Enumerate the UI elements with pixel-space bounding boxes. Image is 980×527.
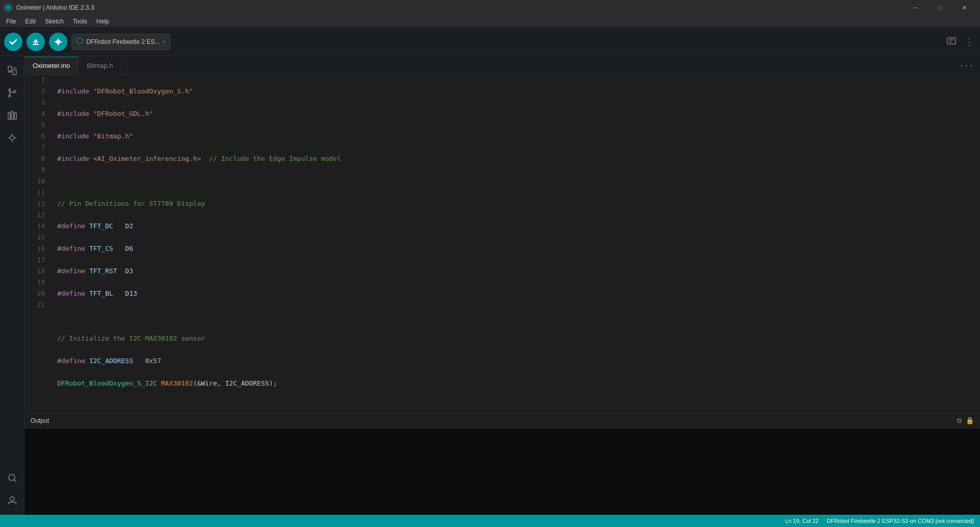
svg-point-17 xyxy=(9,89,11,91)
account-icon[interactable] xyxy=(2,490,22,511)
svg-point-4 xyxy=(56,40,60,44)
board-name: DFRobot Firebeetle 2 ES... xyxy=(86,38,160,45)
toolbar-right: ⋮ xyxy=(944,34,976,50)
code-line-3: #include "Bitmap.h" xyxy=(57,131,980,142)
code-line-4: #include <AI_Oximeter_inferencing.h> // … xyxy=(57,153,980,164)
status-bar: Ln 19, Col 22 DFRobot Firebeetle 2 ESP32… xyxy=(0,515,980,527)
output-header: Output ⧉ 🔒 xyxy=(25,413,980,428)
code-line-5 xyxy=(57,176,980,187)
code-content: 12345 678910 1112131415 1617181920 21 #i… xyxy=(25,75,980,413)
output-content xyxy=(25,428,980,515)
search-icon[interactable] xyxy=(2,468,22,488)
menu-help[interactable]: Help xyxy=(92,17,113,26)
boards-manager-icon[interactable] xyxy=(2,128,22,148)
output-lock-icon[interactable]: 🔒 xyxy=(966,417,974,425)
tab-oximeter-ino[interactable]: Oximeter.ino xyxy=(25,57,79,74)
close-button[interactable]: ✕ xyxy=(952,0,976,15)
svg-line-30 xyxy=(14,480,16,483)
tab-bar: Oximeter.ino Bitmap.h ··· xyxy=(25,56,980,75)
svg-rect-23 xyxy=(14,113,16,119)
tab-label: Bitmap.h xyxy=(87,62,113,69)
minimize-button[interactable]: ─ xyxy=(903,0,927,15)
verify-button[interactable] xyxy=(4,33,22,51)
code-line-2: #include "DFRobot_GDL.h" xyxy=(57,108,980,119)
editor-area: Oximeter.ino Bitmap.h ··· 12345 678910 1… xyxy=(25,56,980,515)
menu-edit[interactable]: Edit xyxy=(21,17,40,26)
menu-bar: File Edit Sketch Tools Help xyxy=(0,15,980,28)
menu-file[interactable]: File xyxy=(2,17,20,26)
code-line-9: #define TFT_RST D3 xyxy=(57,266,980,277)
svg-marker-9 xyxy=(77,38,83,44)
svg-rect-21 xyxy=(8,112,10,119)
more-options-button[interactable]: ⋮ xyxy=(963,34,976,49)
code-line-13: #define I2C_ADDRESS 0x57 xyxy=(57,355,980,367)
serial-monitor-button[interactable] xyxy=(944,34,959,50)
output-title: Output xyxy=(31,417,49,424)
title-bar: Oximeter | Arduino IDE 2.3.3 ─ □ ✕ xyxy=(0,0,980,15)
code-editor[interactable]: 12345 678910 1112131415 1617181920 21 #i… xyxy=(25,75,980,413)
tab-more-button[interactable]: ··· xyxy=(953,57,980,74)
svg-rect-14 xyxy=(13,70,16,75)
main-content: Oximeter.ino Bitmap.h ··· 12345 678910 1… xyxy=(0,56,980,515)
tab-bitmap-h[interactable]: Bitmap.h xyxy=(79,57,122,74)
title-bar-left: Oximeter | Arduino IDE 2.3.3 xyxy=(4,4,94,12)
line-numbers: 12345 678910 1112131415 1617181920 21 xyxy=(25,75,53,413)
svg-rect-22 xyxy=(11,111,13,119)
explorer-icon[interactable] xyxy=(2,60,22,81)
code-line-14: DFRobot_BloodOxygen_S_I2C MAX30102(&Wire… xyxy=(57,378,980,389)
code-line-10: #define TFT_BL D13 xyxy=(57,288,980,299)
svg-point-29 xyxy=(9,474,15,481)
board-selector[interactable]: DFRobot Firebeetle 2 ES... ▾ xyxy=(71,34,171,50)
window-controls[interactable]: ─ □ ✕ xyxy=(903,0,976,15)
output-icons: ⧉ 🔒 xyxy=(957,417,974,425)
status-board: DFRobot Firebeetle 2 ESP32-S3 on COM3 [n… xyxy=(827,518,974,524)
code-line-7: #define TFT_DC D2 xyxy=(57,221,980,232)
toolbar: DFRobot Firebeetle 2 ES... ▾ ⋮ xyxy=(0,28,980,56)
library-icon[interactable] xyxy=(2,105,22,126)
code-line-11 xyxy=(57,310,980,322)
svg-rect-13 xyxy=(8,66,12,71)
code-line-12: // Initialize the I2C MAX30102 sensor xyxy=(57,333,980,344)
svg-point-18 xyxy=(9,95,11,97)
source-control-icon[interactable] xyxy=(2,83,22,103)
code-lines: #include "DFRobot_BloodOxygen_S.h" #incl… xyxy=(53,75,980,413)
status-line-col: Ln 19, Col 22 xyxy=(785,518,819,524)
svg-point-31 xyxy=(10,497,14,501)
code-line-8: #define TFT_CS D6 xyxy=(57,243,980,254)
upload-button[interactable] xyxy=(27,33,45,51)
menu-tools[interactable]: Tools xyxy=(69,17,91,26)
svg-marker-1 xyxy=(6,6,10,10)
board-chevron-icon: ▾ xyxy=(163,39,166,44)
svg-point-24 xyxy=(10,136,14,140)
activity-bar xyxy=(0,56,25,515)
output-panel: Output ⧉ 🔒 xyxy=(25,413,980,515)
window-title: Oximeter | Arduino IDE 2.3.3 xyxy=(16,4,94,11)
code-line-1: #include "DFRobot_BloodOxygen_S.h" xyxy=(57,86,980,97)
code-line-15 xyxy=(57,400,980,412)
board-icon xyxy=(76,37,83,46)
menu-sketch[interactable]: Sketch xyxy=(41,17,68,26)
debug-button[interactable] xyxy=(49,33,67,51)
svg-rect-10 xyxy=(947,38,955,44)
code-line-6: // Pin Definitions for ST7789 Display xyxy=(57,198,980,209)
maximize-button[interactable]: □ xyxy=(928,0,951,15)
tab-label: Oximeter.ino xyxy=(33,62,70,69)
output-maximize-icon[interactable]: ⧉ xyxy=(957,417,962,425)
app-icon xyxy=(4,4,12,12)
